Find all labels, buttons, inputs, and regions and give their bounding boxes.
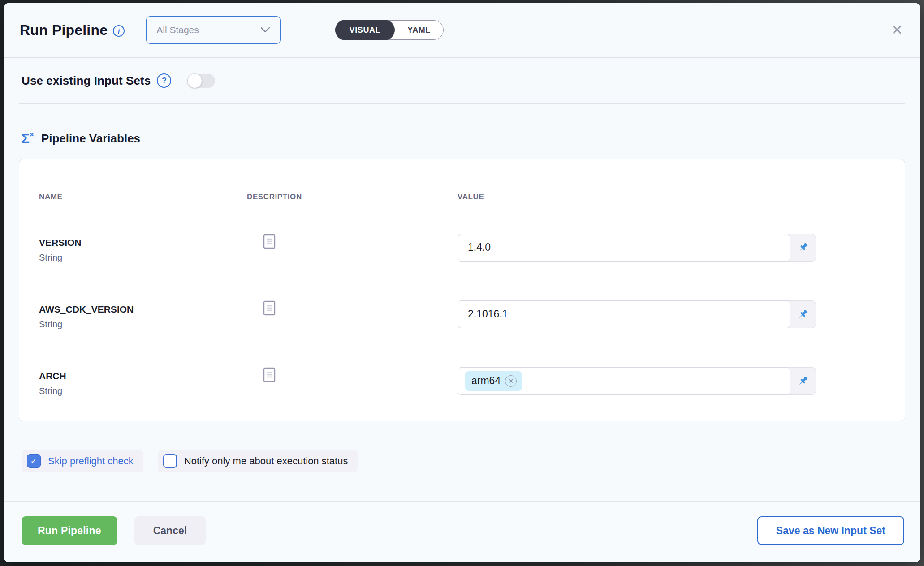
pin-icon[interactable]: [790, 234, 816, 261]
variable-name: ARCH: [39, 367, 247, 382]
input-sets-label: Use existing Input Sets: [22, 74, 151, 88]
description-icon[interactable]: [263, 376, 276, 384]
checkbox-unchecked-icon[interactable]: [163, 454, 177, 468]
notify-only-me-label: Notify only me about execution status: [184, 455, 348, 467]
run-pipeline-button[interactable]: Run Pipeline: [22, 516, 117, 545]
pin-icon[interactable]: [790, 301, 816, 328]
column-header-value: VALUE: [458, 193, 885, 202]
close-icon[interactable]: ✕: [887, 20, 907, 40]
execution-options-row: ✓ Skip preflight check Notify only me ab…: [22, 450, 920, 472]
chip-remove-icon[interactable]: ✕: [505, 375, 517, 387]
version-value-input[interactable]: [458, 234, 790, 262]
input-sets-row: Use existing Input Sets ?: [4, 58, 920, 103]
column-header-name: NAME: [39, 193, 247, 202]
variable-row-aws-cdk-version: AWS_CDK_VERSION String: [39, 300, 885, 330]
arch-value-chip: arm64 ✕: [465, 371, 522, 391]
skip-preflight-checkbox[interactable]: ✓ Skip preflight check: [22, 450, 143, 472]
variable-name: AWS_CDK_VERSION: [39, 300, 247, 315]
description-icon[interactable]: [263, 309, 276, 317]
variable-type: String: [39, 386, 247, 396]
page-title: Run Pipeline: [20, 22, 108, 39]
tab-yaml[interactable]: YAML: [395, 26, 443, 35]
description-icon[interactable]: [263, 243, 276, 250]
section-divider: [19, 103, 905, 104]
variables-sigma-icon: Σ ×: [22, 132, 34, 145]
value-input-group: arm64 ✕: [458, 367, 816, 395]
input-sets-toggle[interactable]: [187, 74, 215, 88]
variables-panel: NAME DESCRIPTION VALUE VERSION String: [19, 159, 905, 421]
stage-select-dropdown[interactable]: All Stages: [146, 16, 281, 44]
column-header-description: DESCRIPTION: [247, 193, 458, 202]
pipeline-variables-header: Σ × Pipeline Variables: [22, 132, 920, 146]
variable-row-arch: ARCH String arm64 ✕: [39, 367, 885, 396]
modal-content: Use existing Input Sets ? Σ × Pipeline V…: [4, 58, 920, 501]
pin-icon[interactable]: [790, 368, 816, 394]
help-icon[interactable]: ?: [157, 73, 171, 88]
variable-type: String: [39, 319, 247, 330]
cancel-button[interactable]: Cancel: [134, 516, 206, 545]
screen-background: Run Pipeline i All Stages VISUAL YAML ✕ …: [0, 0, 924, 566]
variable-row-version: VERSION String: [39, 234, 885, 263]
stage-select-value: All Stages: [156, 25, 199, 35]
skip-preflight-label: Skip preflight check: [48, 455, 134, 467]
notify-only-me-checkbox[interactable]: Notify only me about execution status: [158, 450, 358, 472]
info-icon[interactable]: i: [113, 25, 125, 37]
tab-visual[interactable]: VISUAL: [335, 20, 395, 40]
chevron-down-icon: [260, 27, 270, 33]
save-as-new-input-set-button[interactable]: Save as New Input Set: [757, 516, 904, 545]
aws-cdk-version-value-input[interactable]: [458, 300, 790, 328]
variables-column-headers: NAME DESCRIPTION VALUE: [39, 193, 885, 202]
variable-type: String: [39, 253, 247, 263]
value-input-group: [458, 300, 816, 328]
modal-header: Run Pipeline i All Stages VISUAL YAML ✕: [4, 3, 920, 57]
pipeline-variables-title: Pipeline Variables: [41, 132, 140, 146]
toggle-knob: [187, 73, 202, 88]
arch-value-field[interactable]: arm64 ✕: [458, 367, 790, 395]
visual-yaml-toggle: VISUAL YAML: [335, 20, 444, 40]
run-pipeline-modal: Run Pipeline i All Stages VISUAL YAML ✕ …: [4, 3, 920, 562]
modal-footer: Run Pipeline Cancel Save as New Input Se…: [4, 501, 920, 562]
chip-label: arm64: [471, 375, 501, 387]
variable-name: VERSION: [39, 234, 247, 248]
value-input-group: [458, 234, 816, 262]
checkbox-checked-icon[interactable]: ✓: [27, 454, 41, 468]
